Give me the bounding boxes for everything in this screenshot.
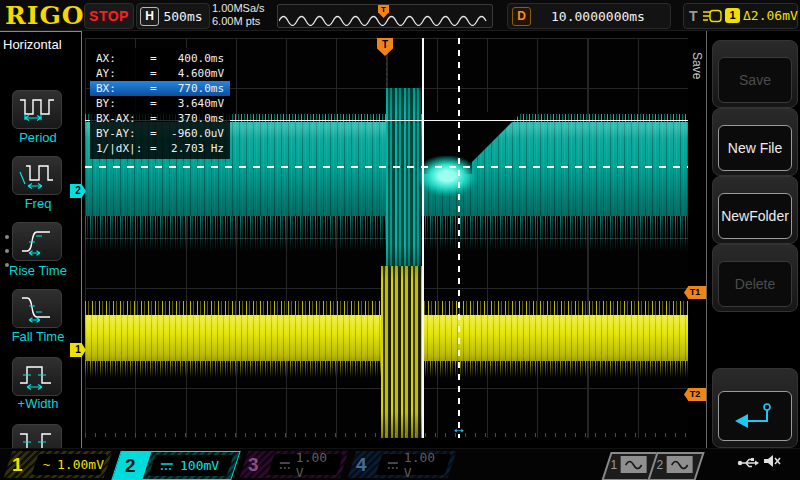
ch1-offset-marker[interactable]: 1 (70, 343, 86, 357)
channel2-number: 2 (125, 453, 136, 478)
cursor-b-horizontal-line[interactable] (85, 166, 688, 168)
delete-button-label: Delete (718, 261, 792, 307)
period-label: Period (0, 130, 76, 145)
freq-button[interactable] (12, 156, 62, 195)
cursor-row-label: BY-AY: (96, 126, 150, 141)
trigger-status-block: T 1 Δ2.06mV (683, 3, 798, 29)
delay-block: D 10.0000000ms (507, 3, 671, 29)
cursor-row-by: BY:=3.640mV (90, 96, 230, 111)
new-folder-button-label: NewFolder (718, 193, 792, 239)
channel4-scale-box: 1.00 V (376, 454, 452, 475)
scroll-dot (5, 249, 9, 253)
cursor-row-label: AY: (96, 66, 150, 81)
dc-coupling-icon (160, 461, 174, 471)
channel4-scale: 1.00 V (404, 450, 440, 480)
t1-trigger-marker[interactable]: T1 (684, 286, 706, 299)
channel3-scale-box: 1.00 V (268, 454, 344, 475)
ac-coupling-icon: ~ (43, 460, 51, 470)
back-button-face (718, 391, 792, 441)
channel4-status[interactable]: 4 1.00 V (348, 451, 457, 478)
channel1-status[interactable]: 1 ~ 1.00mV (4, 451, 113, 478)
acquisition-info: 1.00MSa/s 6.00M pts (212, 2, 265, 28)
sample-rate: 1.00MSa/s (212, 2, 265, 15)
dc-coupling-icon (387, 460, 398, 470)
cursor-row-label: AX: (96, 51, 150, 66)
cursor-row-value: 2.703 Hz (164, 141, 224, 156)
trigger-source-badge: 1 (725, 8, 740, 23)
generator2-number: 2 (656, 458, 663, 472)
run-stop-indicator[interactable]: STOP (84, 3, 134, 29)
fall-time-icon (16, 291, 58, 325)
h-badge: H (140, 7, 159, 26)
scroll-dot (5, 235, 9, 239)
cursor-row-ay: AY:=4.600mV (90, 66, 230, 81)
channel1-scale-box: ~ 1.00mV (32, 454, 108, 475)
freq-icon (16, 158, 58, 192)
equals-sign: = (150, 96, 164, 111)
graticule: ↔ T AX:=400.0ms AY:=4.600mV BX:=770.0ms … (85, 38, 688, 438)
channel1-scale: 1.00mV (57, 457, 104, 472)
generator1-number: 1 (610, 458, 617, 472)
cursor-a-vertical-line[interactable] (422, 38, 424, 438)
plus-width-icon (16, 359, 58, 393)
cursor-row-bx[interactable]: BX:=770.0ms (90, 81, 230, 96)
usb-icon (737, 456, 759, 470)
channel2-status[interactable]: 2 100mV (111, 451, 240, 480)
timebase-value: 500ms (161, 8, 205, 25)
cursor-row-label: BY: (96, 96, 150, 111)
t2-trigger-marker[interactable]: T2 (684, 388, 706, 401)
save-button[interactable]: Save (712, 40, 798, 108)
rise-time-button[interactable] (12, 222, 62, 261)
sine-icon (670, 459, 690, 471)
edge-trigger-icon (701, 7, 723, 25)
cursor-row-label: BX: (96, 81, 150, 96)
memory-depth: 6.00M pts (212, 15, 265, 28)
cursor-row-ax: AX:=400.0ms (90, 51, 230, 66)
cursor-b-drag-handle[interactable]: ↔ (447, 420, 471, 436)
channel1-number: 1 (12, 452, 23, 477)
trigger-label: T (689, 7, 698, 25)
cursor-row-value: 770.0ms (164, 81, 224, 96)
ch2-offset-marker[interactable]: 2 (70, 184, 86, 198)
equals-sign: = (150, 141, 164, 156)
cursor-row-bx-ax: BX-AX:=370.0ms (90, 111, 230, 126)
rise-time-label: Rise Time (0, 263, 76, 278)
trigger-level-value: Δ2.06mV (743, 8, 798, 24)
return-arrow-icon (729, 401, 781, 431)
save-button-label: Save (718, 57, 792, 103)
channel3-status[interactable]: 3 1.00 V (240, 451, 349, 478)
delete-button[interactable]: Delete (712, 244, 798, 312)
horizontal-scale-block: H 500ms (136, 3, 210, 29)
new-file-button[interactable]: New File (712, 108, 798, 176)
new-file-button-label: New File (718, 125, 792, 171)
cursor-row-value: 370.0ms (164, 111, 224, 126)
delay-value: 10.0000000ms (532, 8, 664, 25)
top-status-bar: RIGOL STOP H 500ms 1.00MSa/s 6.00M pts T… (0, 0, 800, 31)
equals-sign: = (150, 51, 164, 66)
trigger-position-marker[interactable]: T (377, 38, 393, 56)
cursor-row-value: 400.0ms (164, 51, 224, 66)
waveform-preview-bar: T (277, 4, 493, 28)
ch1-waveform-burst (381, 266, 422, 438)
fall-time-button[interactable] (12, 289, 62, 328)
period-icon (16, 92, 58, 126)
period-button[interactable] (12, 90, 62, 129)
cursor-row-label: 1/|dX|: (96, 141, 150, 156)
channel2-scale-box: 100mV (149, 455, 234, 476)
cursor-row-value: 3.640mV (164, 96, 224, 111)
plus-width-button[interactable] (12, 357, 62, 396)
speaker-muted-icon (762, 453, 782, 469)
cursor-row-label: BX-AX: (96, 111, 150, 126)
generator1-waveform-box (621, 456, 647, 473)
sine-icon (624, 459, 644, 471)
cursor-b-vertical-line[interactable] (458, 38, 460, 438)
cursor-row-inv-dx: 1/|dX|:=2.703 Hz (90, 141, 230, 156)
fall-time-label: Fall Time (0, 329, 76, 344)
equals-sign: = (150, 66, 164, 81)
channel4-number: 4 (356, 452, 367, 477)
new-folder-button[interactable]: NewFolder (712, 176, 798, 244)
cursor-row-value: -960.0uV (164, 126, 224, 141)
back-button[interactable] (712, 368, 798, 448)
left-menu-title: Horizontal (3, 37, 62, 52)
right-menu-tab-label: Save (690, 52, 704, 79)
